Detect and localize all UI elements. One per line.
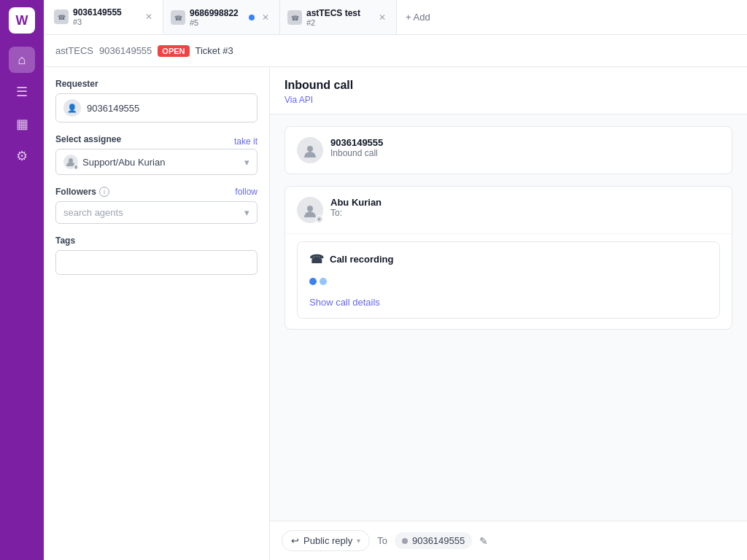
message-1-sender: 9036149555 xyxy=(330,137,383,148)
public-reply-label: Public reply xyxy=(303,535,352,546)
tab-2[interactable]: ☎ 9686998822 #5 ✕ xyxy=(163,0,280,34)
followers-info-icon[interactable]: i xyxy=(99,187,109,197)
followers-label: Followers xyxy=(55,187,96,197)
message-2-avatar xyxy=(297,197,323,223)
edit-phone-icon[interactable]: ✎ xyxy=(479,535,488,547)
search-agents-field[interactable]: search agents ▾ xyxy=(55,201,258,224)
requester-avatar: 👤 xyxy=(63,99,81,117)
call-recording-box: ☎ Call recording Show call details xyxy=(297,241,720,319)
logo: W xyxy=(9,7,35,34)
tab-1-close[interactable]: ✕ xyxy=(142,10,155,23)
public-reply-button[interactable]: ↩ Public reply ▾ xyxy=(282,530,370,551)
dot-1 xyxy=(309,278,317,285)
tab-2-unread-dot xyxy=(249,15,255,20)
message-1: 9036149555 Inbound call xyxy=(285,126,732,174)
tab-2-info: 9686998822 #5 xyxy=(190,8,244,27)
to-phone-number: 9036149555 xyxy=(412,535,465,546)
message-2-sender: Abu Kurian xyxy=(330,197,382,208)
assignee-chevron-icon: ▾ xyxy=(244,157,249,168)
breadcrumb: astTECS 9036149555 OPEN Ticket #3 xyxy=(44,35,747,67)
phone-icon: ☎ xyxy=(309,252,324,266)
tab-2-sub: #5 xyxy=(190,18,244,27)
to-label: To xyxy=(377,535,387,546)
assignee-select[interactable]: ⬇ Support/Abu Kurian ▾ xyxy=(55,149,258,175)
tab-3-close[interactable]: ✕ xyxy=(376,11,389,24)
conversation-title: Inbound call xyxy=(285,79,732,92)
assignee-section: Select assignee take it ⬇ Support/Abu Ku… xyxy=(55,134,258,175)
svg-text:☎: ☎ xyxy=(58,14,66,21)
content-area: Requester 👤 9036149555 Select assignee t… xyxy=(44,67,747,560)
message-1-header: 9036149555 Inbound call xyxy=(285,127,732,174)
sidebar: W ⌂ ☰ ▦ ⚙ xyxy=(0,0,44,560)
left-panel: Requester 👤 9036149555 Select assignee t… xyxy=(44,67,270,560)
svg-point-8 xyxy=(307,206,313,211)
sidebar-item-home[interactable]: ⌂ xyxy=(9,47,35,73)
tags-label: Tags xyxy=(55,236,258,246)
messages-area: 9036149555 Inbound call xyxy=(270,114,747,521)
tab-2-close[interactable]: ✕ xyxy=(259,11,272,24)
follow-link[interactable]: follow xyxy=(235,187,258,197)
dot-2 xyxy=(320,278,327,285)
conversation-sub[interactable]: Via API xyxy=(285,95,732,105)
breadcrumb-requester[interactable]: 9036149555 xyxy=(99,45,152,56)
tab-3-info: astTECS test #2 xyxy=(306,8,371,27)
message-1-detail: Inbound call xyxy=(330,148,383,158)
take-it-link[interactable]: take it xyxy=(234,136,258,147)
followers-label-row: Followers i xyxy=(55,187,109,197)
assignee-icon: ⬇ xyxy=(63,155,78,169)
tab-3-sub: #2 xyxy=(306,18,371,27)
logo-text: W xyxy=(16,13,28,28)
tab-1-sub: #3 xyxy=(73,18,138,26)
tab-3[interactable]: ☎ astTECS test #2 ✕ xyxy=(280,0,397,34)
svg-text:☎: ☎ xyxy=(174,15,182,22)
assignee-value: Support/Abu Kurian xyxy=(82,157,165,168)
reply-chevron-icon: ▾ xyxy=(357,537,360,545)
search-agents-chevron-icon: ▾ xyxy=(244,207,249,218)
reply-bar: ↩ Public reply ▾ To 9036149555 ✎ xyxy=(270,521,747,560)
message-2-body: ☎ Call recording Show call details xyxy=(285,233,732,329)
requester-value: 9036149555 xyxy=(87,103,139,114)
message-1-avatar xyxy=(297,137,323,163)
sidebar-item-conversations[interactable]: ☰ xyxy=(9,79,35,105)
tab-2-number: 9686998822 xyxy=(190,8,244,18)
message-2-detail: To: xyxy=(330,208,382,218)
show-call-details-link[interactable]: Show call details xyxy=(309,297,708,308)
breadcrumb-org[interactable]: astTECS xyxy=(55,45,93,56)
tab-1-icon: ☎ xyxy=(54,9,69,24)
message-2-info: Abu Kurian To: xyxy=(330,197,382,218)
message-2: Abu Kurian To: ☎ Call recording xyxy=(285,186,732,330)
search-agents-placeholder: search agents xyxy=(63,207,123,218)
sidebar-item-reports[interactable]: ▦ xyxy=(9,111,35,137)
tab-1[interactable]: ☎ 9036149555 #3 ✕ xyxy=(47,0,163,34)
requester-label: Requester xyxy=(55,79,258,89)
main-area: ☎ 9036149555 #3 ✕ ☎ 9686998822 #5 ✕ ☎ xyxy=(44,0,747,560)
call-recording-title: ☎ Call recording xyxy=(309,252,708,266)
message-2-header: Abu Kurian To: xyxy=(285,187,732,233)
tab-bar: ☎ 9036149555 #3 ✕ ☎ 9686998822 #5 ✕ ☎ xyxy=(44,0,747,35)
phone-badge-dot xyxy=(402,538,408,544)
followers-section: Followers i follow search agents ▾ xyxy=(55,187,258,224)
reply-icon: ↩ xyxy=(291,535,299,546)
svg-point-10 xyxy=(318,218,320,220)
message-1-info: 9036149555 Inbound call xyxy=(330,137,383,158)
add-tab-button[interactable]: + Add xyxy=(397,0,439,34)
status-badge: OPEN xyxy=(158,45,189,57)
tab-1-number: 9036149555 xyxy=(73,7,138,18)
tags-section: Tags xyxy=(55,236,258,275)
right-panel: Inbound call Via API 9036149555 Inbound … xyxy=(270,67,747,560)
assignee-label: Select assignee xyxy=(55,134,121,144)
tab-3-number: astTECS test xyxy=(306,8,371,18)
sidebar-item-settings[interactable]: ⚙ xyxy=(9,143,35,169)
requester-section: Requester 👤 9036149555 xyxy=(55,79,258,122)
tab-1-info: 9036149555 #3 xyxy=(73,7,138,26)
svg-point-7 xyxy=(307,146,313,152)
tab-2-icon: ☎ xyxy=(171,10,185,25)
conversation-header: Inbound call Via API xyxy=(270,67,747,114)
tab-3-icon: ☎ xyxy=(287,10,302,25)
loading-dots xyxy=(309,273,708,289)
to-phone-badge: 9036149555 xyxy=(395,532,472,549)
requester-field: 👤 9036149555 xyxy=(55,93,258,122)
breadcrumb-ticket: Ticket #3 xyxy=(196,45,233,56)
tags-input[interactable] xyxy=(55,250,258,275)
svg-text:☎: ☎ xyxy=(291,15,299,22)
